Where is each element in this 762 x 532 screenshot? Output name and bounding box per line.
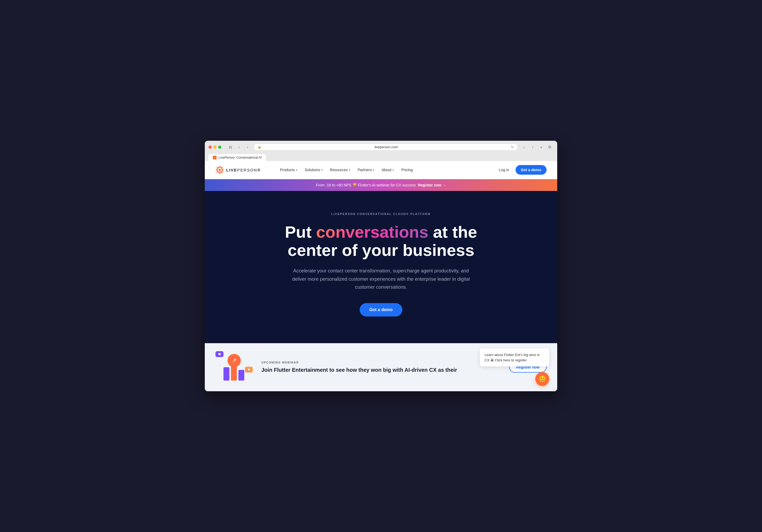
- site-nav: LIVEPERSON® Products ▾ Solutions ▾ Resou…: [205, 161, 557, 179]
- bar-chart-bar-3: [238, 370, 244, 381]
- toast-text: Learn about Flutter Ent's big wins in CX…: [485, 353, 540, 362]
- webinar-section: 💬 ↗ 💬 UPCOMING WEBINAR Join Flutter Ente…: [205, 343, 557, 391]
- share-button[interactable]: ↑: [529, 143, 536, 151]
- maximize-button[interactable]: [218, 146, 221, 149]
- window-controls: [208, 146, 221, 149]
- site-content: LIVEPERSON® Products ▾ Solutions ▾ Resou…: [205, 161, 557, 391]
- hero-headline: Put conversations at the center of your …: [269, 223, 493, 259]
- hero-eyebrow: LIVEPERSON CONVERSATIONAL CLOUD® PLATFOR…: [331, 212, 431, 215]
- logo-text: LIVEPERSON®: [226, 168, 261, 172]
- chevron-down-icon: ▾: [349, 169, 350, 172]
- browser-nav-buttons: ⊟ ‹ ›: [227, 143, 251, 151]
- reload-button[interactable]: ↻: [511, 145, 514, 149]
- bar-chart-bar-2: [231, 362, 237, 381]
- chevron-down-icon: ▾: [321, 169, 323, 172]
- browser-chrome: ⊟ ‹ › 🔒 liveperson.com ↻ ↓ ↑ + ⧉ L Li: [205, 141, 557, 161]
- webinar-label: UPCOMING WEBINAR: [262, 361, 500, 364]
- webinar-content: UPCOMING WEBINAR Join Flutter Entertainm…: [262, 361, 500, 374]
- hero-headline-gradient: conversations: [316, 223, 428, 241]
- nav-logo[interactable]: LIVEPERSON®: [215, 166, 261, 174]
- nav-item-solutions[interactable]: Solutions ▾: [301, 166, 326, 174]
- browser-window: ⊟ ‹ › 🔒 liveperson.com ↻ ↓ ↑ + ⧉ L Li: [205, 141, 557, 391]
- chevron-down-icon: ▾: [296, 169, 297, 172]
- address-bar[interactable]: 🔒 liveperson.com ↻: [255, 144, 517, 150]
- browser-titlebar: ⊟ ‹ › 🔒 liveperson.com ↻ ↓ ↑ + ⧉: [208, 143, 554, 151]
- login-button[interactable]: Log in: [496, 166, 512, 174]
- tab-favicon: L: [213, 156, 216, 159]
- chat-bubble-icon-2: 💬: [245, 367, 253, 373]
- url-display: liveperson.com: [264, 145, 509, 149]
- chevron-down-icon: ▾: [393, 169, 394, 172]
- minimize-button[interactable]: [213, 146, 216, 149]
- svg-point-2: [219, 169, 221, 171]
- close-button[interactable]: [208, 146, 212, 149]
- webinar-title: Join Flutter Entertainment to see how th…: [262, 366, 500, 374]
- browser-action-buttons: ↓ ↑ + ⧉: [520, 143, 554, 151]
- nav-item-resources[interactable]: Resources ▾: [327, 166, 353, 174]
- chat-widget-button[interactable]: 😊: [535, 372, 549, 386]
- sidebar-toggle-button[interactable]: ⊟: [227, 143, 234, 151]
- nav-item-pricing[interactable]: Pricing: [398, 166, 416, 174]
- tab-label: LivePerson: Conversational AI: [219, 156, 262, 159]
- bar-chart-bar-1: [223, 367, 229, 381]
- nav-item-about[interactable]: About ▾: [378, 166, 397, 174]
- browser-tabs: L LivePerson: Conversational AI: [208, 153, 554, 161]
- hero-section: LIVEPERSON CONVERSATIONAL CLOUD® PLATFOR…: [205, 191, 557, 343]
- back-button[interactable]: ‹: [235, 143, 243, 151]
- download-button[interactable]: ↓: [520, 143, 528, 151]
- get-demo-button[interactable]: Get a demo: [515, 165, 547, 175]
- new-tab-button[interactable]: +: [537, 143, 545, 151]
- nav-item-partners[interactable]: Partners ▾: [354, 166, 378, 174]
- hero-subtext: Accelerate your contact center transform…: [290, 267, 472, 291]
- tab-overview-button[interactable]: ⧉: [546, 143, 554, 151]
- hero-headline-before: Put: [285, 223, 316, 241]
- hero-cta-button[interactable]: Get a demo: [360, 303, 402, 317]
- floating-toast[interactable]: Learn about Flutter Ent's big wins in CX…: [480, 348, 549, 366]
- nav-links: Products ▾ Solutions ▾ Resources ▾ Partn…: [277, 166, 496, 174]
- chat-bubble-icon-1: 💬: [215, 351, 223, 357]
- banner-cta[interactable]: Register now →: [418, 183, 446, 187]
- nav-actions: Log in Get a demo: [496, 165, 547, 175]
- chat-widget-icon: 😊: [539, 375, 546, 382]
- banner-text: From -16 to +60 NPS 🏆 Flutter's AI webin…: [316, 183, 416, 187]
- chevron-down-icon: ▾: [373, 169, 374, 172]
- nav-item-products[interactable]: Products ▾: [277, 166, 300, 174]
- liveperson-logo-icon: [215, 166, 224, 174]
- promo-banner: From -16 to +60 NPS 🏆 Flutter's AI webin…: [205, 179, 557, 191]
- forward-button[interactable]: ›: [244, 143, 251, 151]
- lock-icon: 🔒: [258, 145, 262, 149]
- active-tab[interactable]: L LivePerson: Conversational AI: [208, 154, 266, 161]
- webinar-illustration: 💬 ↗ 💬: [215, 351, 253, 383]
